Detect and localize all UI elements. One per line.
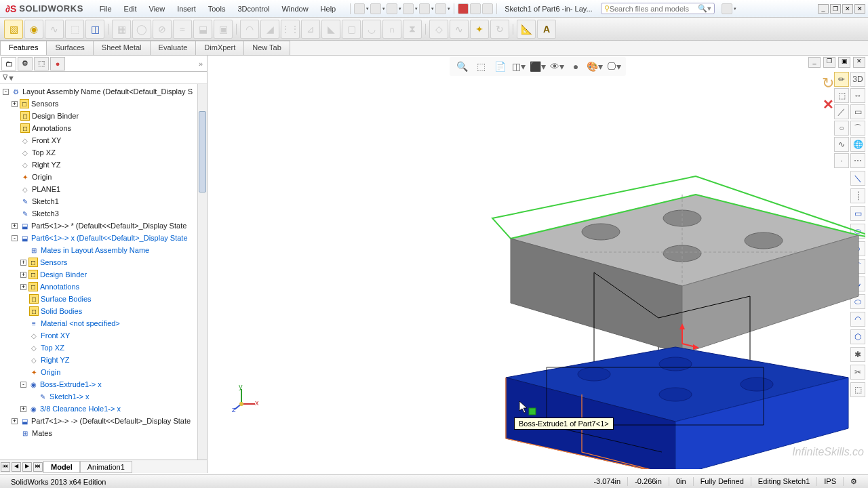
tree-row[interactable]: +□Sensors [0, 256, 207, 268]
text-button[interactable]: A [537, 20, 556, 39]
curves-button[interactable]: ∿ [450, 20, 469, 39]
expand-toggle[interactable]: + [20, 406, 26, 412]
more-button[interactable]: ↻ [490, 20, 509, 39]
dome-button[interactable]: ∩ [382, 20, 401, 39]
tree-row[interactable]: +⬓Part7<1>-> -> (Default<<Default>_Displ… [0, 415, 207, 427]
search-go-icon[interactable]: 🔍▾ [698, 4, 711, 13]
tree-scrollbar[interactable] [197, 84, 207, 460]
tree-filter[interactable]: ∇ ▼ [0, 72, 207, 84]
menu-edit[interactable]: Edit [119, 2, 142, 16]
tree-row[interactable]: +□Sensors [0, 98, 207, 110]
tree-row[interactable]: +⬓Part5<1>-> * (Default<<Default>_Displa… [0, 220, 207, 232]
loft-cut-button[interactable]: ⬓ [193, 20, 212, 39]
tab-new[interactable]: New Tab [243, 41, 290, 55]
canvas-restore-button[interactable]: ❐ [823, 57, 835, 68]
expand-toggle[interactable]: - [20, 382, 26, 388]
help-button[interactable] [722, 3, 732, 14]
extrude-cut-button[interactable]: ▦ [112, 20, 131, 39]
expand-toggle[interactable]: + [12, 223, 18, 229]
collapse-panel-icon[interactable]: » [199, 60, 205, 68]
expand-toggle[interactable]: + [12, 101, 18, 107]
open-button[interactable] [370, 3, 381, 14]
tree-row[interactable]: +◉3/8 Clearance Hole1-> x [0, 403, 207, 415]
expand-toggle[interactable]: - [3, 89, 9, 95]
tree-row[interactable]: ✎Sketch1 [0, 195, 207, 207]
revolve-boss-button[interactable]: ◉ [24, 20, 43, 39]
first-view-button[interactable]: ⏮ [1, 462, 10, 472]
model-3d-view[interactable] [208, 76, 865, 469]
restore-button[interactable]: ❐ [830, 4, 841, 14]
hole-wizard-button[interactable]: ◯ [132, 20, 151, 39]
tree-row[interactable]: ◇Right YZ [0, 354, 207, 366]
instant3d-button[interactable]: ✦ [470, 20, 489, 39]
zoom-area-icon[interactable]: ⬚ [473, 58, 489, 75]
tree-row[interactable]: □Surface Bodies [0, 293, 207, 305]
orientation-triad[interactable]: y x z [232, 385, 259, 412]
tree-row[interactable]: ⊞Mates [0, 427, 207, 439]
revolve-cut-button[interactable]: ⊘ [153, 20, 172, 39]
menu-3dcontrol[interactable]: 3Dcontrol [232, 2, 275, 16]
undo-button[interactable] [419, 3, 430, 14]
expand-toggle[interactable]: + [20, 272, 26, 278]
animation-tab[interactable]: Animation1 [80, 461, 132, 473]
views-button[interactable] [482, 3, 493, 14]
status-extra-icon[interactable]: ⚙ [843, 477, 864, 486]
tree-row[interactable]: ◇Front XY [0, 329, 207, 342]
graphics-area[interactable]: 🔍 ⬚ 📄 ◫▾ ⬛▾ 👁▾ ● 🎨▾ 🖵▾ _ ❐ ▣ ✕ ↻ ✕ ✏3D ⬚… [208, 56, 868, 473]
print-button[interactable] [403, 3, 414, 14]
tree-row[interactable]: ✦Origin [0, 171, 207, 183]
boundary-cut-button[interactable]: ▣ [214, 20, 233, 39]
tree-row[interactable]: -⚙Layout Assembly Name (Default<Default_… [0, 85, 207, 98]
tree-row[interactable]: ✎Sketch1-> x [0, 390, 207, 403]
mirror-button[interactable]: ⧗ [403, 20, 422, 39]
tree-row[interactable]: ✎Sketch3 [0, 207, 207, 220]
tree-row[interactable]: ≡Material <not specified> [0, 317, 207, 329]
draft-button[interactable]: ◣ [321, 20, 340, 39]
tree-row[interactable]: □Solid Bodies [0, 305, 207, 317]
swept-cut-button[interactable]: ≈ [173, 20, 192, 39]
display-tab[interactable]: ● [50, 57, 65, 70]
chamfer-button[interactable]: ◢ [260, 20, 279, 39]
expand-toggle[interactable]: + [12, 418, 18, 424]
expand-toggle[interactable]: + [20, 260, 26, 266]
tab-evaluate[interactable]: Evaluate [150, 41, 197, 55]
tree-row[interactable]: +□Design Binder [0, 268, 207, 281]
status-units[interactable]: IPS [816, 477, 843, 486]
prev-view-button[interactable]: ◀ [12, 462, 21, 472]
select-button[interactable] [435, 3, 446, 14]
tree-row[interactable]: ◇Right YZ [0, 159, 207, 171]
next-view-button[interactable]: ▶ [22, 462, 32, 472]
search-input[interactable] [610, 5, 698, 13]
tree-row[interactable]: ⊞Mates in Layout Assembly Name [0, 244, 207, 256]
menu-view[interactable]: View [144, 2, 171, 16]
scroll-thumb[interactable] [199, 111, 206, 192]
prev-view-icon[interactable]: 📄 [492, 58, 508, 75]
close-button[interactable]: ✕ [842, 4, 853, 14]
menu-help[interactable]: Help [315, 2, 342, 16]
hide-show-icon[interactable]: ● [568, 58, 584, 75]
property-tab[interactable]: ⚙ [18, 57, 33, 70]
extrude-boss-button[interactable]: ▧ [4, 20, 23, 39]
appearance-icon[interactable]: 🎨▾ [587, 58, 603, 75]
shell-button[interactable]: ▢ [342, 20, 361, 39]
tree-row[interactable]: □Annotations [0, 122, 207, 134]
tab-sheetmetal[interactable]: Sheet Metal [93, 41, 151, 55]
tab-dimxpert[interactable]: DimXpert [195, 41, 244, 55]
model-tab[interactable]: Model [43, 461, 80, 473]
config-tab[interactable]: ⬚ [34, 57, 49, 70]
canvas-min-button[interactable]: _ [808, 57, 821, 68]
loft-boss-button[interactable]: ⬚ [65, 20, 84, 39]
linear-pattern-button[interactable]: ⋮⋮ [281, 20, 300, 39]
options-button[interactable] [470, 3, 481, 14]
swept-boss-button[interactable]: ∿ [45, 20, 64, 39]
tab-features[interactable]: Features [0, 41, 47, 55]
tree-row[interactable]: ◇Top XZ [0, 342, 207, 354]
display-style-icon[interactable]: 👁▾ [549, 58, 565, 75]
ref-geom-button[interactable]: ◇ [429, 20, 448, 39]
tree-row[interactable]: ◇Front XY [0, 134, 207, 146]
zoom-fit-icon[interactable]: 🔍 [454, 58, 470, 75]
menu-window[interactable]: Window [276, 2, 313, 16]
save-button[interactable] [387, 3, 397, 14]
view-orient-icon[interactable]: ⬛▾ [530, 58, 546, 75]
breadcrumb[interactable]: Sketch1 of Part6 -in- Lay... [500, 3, 596, 14]
